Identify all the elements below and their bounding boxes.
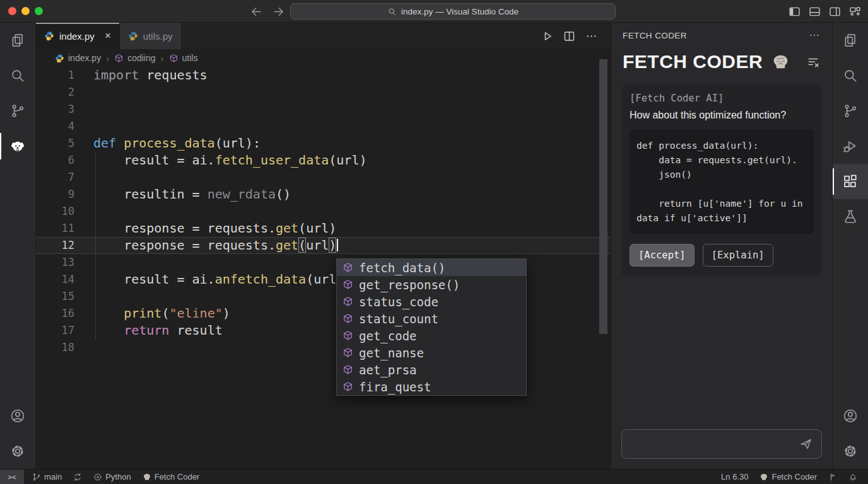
activity-item-account[interactable]: [833, 398, 868, 434]
python-logo-icon: [55, 54, 64, 63]
split-editor-button[interactable]: [563, 30, 576, 43]
status-item-brain[interactable]: Fetch Coder: [754, 470, 823, 484]
suggestion-statu_count[interactable]: statu_count: [337, 310, 526, 327]
suggestion-aet_prsa[interactable]: aet_prsa: [337, 361, 526, 378]
close-window-button[interactable]: [8, 7, 16, 15]
code-line-12[interactable]: 12 response = requests.get(url): [36, 237, 611, 254]
suggestion-label: fetch_data(): [359, 261, 445, 275]
activity-item-search[interactable]: [833, 58, 868, 93]
layout-grid-button[interactable]: [848, 5, 862, 18]
brain-icon: [143, 473, 151, 481]
activity-item-source-control[interactable]: [833, 93, 868, 129]
activity-item-source-control[interactable]: [0, 93, 35, 129]
status-item-bell[interactable]: [843, 470, 863, 484]
suggestion-fira_quest[interactable]: fira_quest: [337, 378, 526, 395]
activity-item-search[interactable]: [0, 58, 35, 93]
tab-bar: index.py × utils.py: [36, 23, 611, 49]
layout-sidebar-right-icon: [828, 5, 842, 18]
status-item-remote-window[interactable]: ><: [0, 470, 24, 484]
fetch-coder-panel: FETCH CODER FETCH CODER [Fetch Coder AI]…: [611, 23, 832, 469]
activity-item-run-debug[interactable]: [833, 129, 868, 164]
line-number: 3: [36, 101, 74, 118]
code-line-11[interactable]: 11 response = requests.get(url): [36, 220, 611, 237]
layout-sidebar-left-button[interactable]: [788, 5, 801, 18]
activity-item-extensions[interactable]: [833, 164, 868, 199]
code-line-10[interactable]: 10: [36, 203, 611, 220]
code-line-1[interactable]: 1import requests: [36, 67, 611, 84]
search-icon: [387, 7, 397, 16]
code-text: resultin = new_rdata(): [74, 186, 291, 203]
tab-index-py[interactable]: index.py ×: [36, 23, 120, 49]
code-line-9[interactable]: 9 resultin = new_rdata(): [36, 186, 611, 203]
code-line-5[interactable]: 5def process_data(url):: [36, 135, 611, 152]
code-line-6[interactable]: 6 result = ai.fetch_user_data(url): [36, 152, 611, 169]
suggestion-label: aet_prsa: [359, 363, 417, 377]
code-text: import requests: [74, 67, 208, 84]
suggestion-get_nanse[interactable]: get_nanse: [337, 344, 526, 361]
activity-item-files[interactable]: [0, 23, 35, 58]
status-item-git-branch[interactable]: main: [26, 470, 67, 484]
clear-chat-button[interactable]: [806, 55, 821, 69]
code-editor[interactable]: 1import requests2345def process_data(url…: [36, 67, 611, 469]
status-item-brain[interactable]: Fetch Coder: [137, 470, 206, 484]
chat-input[interactable]: [621, 429, 822, 459]
layout-panel-button[interactable]: [808, 5, 821, 18]
suggestion-get_response()[interactable]: get_response(): [337, 276, 526, 293]
activity-item-settings-gear[interactable]: [833, 434, 868, 469]
command-center-search[interactable]: index.py — Visual Studio Code: [290, 3, 616, 20]
suggestion-fetch_data()[interactable]: fetch_data(): [337, 259, 526, 276]
suggestion-label: statu_count: [359, 312, 438, 326]
activity-item-account[interactable]: [0, 398, 35, 434]
accept-button[interactable]: [Accept]: [630, 244, 695, 267]
editor-scrollbar[interactable]: [599, 59, 607, 334]
breadcrumb-label: utils: [182, 53, 198, 63]
status-item-sync[interactable]: [67, 470, 88, 484]
send-button[interactable]: [799, 437, 813, 451]
activity-item-settings-gear[interactable]: [0, 434, 35, 469]
breadcrumb-item-utils[interactable]: utils: [169, 53, 198, 63]
close-tab-icon[interactable]: ×: [105, 30, 111, 42]
status-item-python-interpreter[interactable]: Python: [88, 470, 136, 484]
clear-chat-icon: [806, 55, 821, 69]
suggestion-get_code[interactable]: get_code: [337, 327, 526, 344]
breadcrumb-item-index.py[interactable]: index.py: [55, 53, 101, 63]
line-number: 17: [36, 322, 74, 339]
search-icon: [9, 67, 26, 84]
panel-more-button[interactable]: [808, 29, 821, 42]
tab-utils-py[interactable]: utils.py: [120, 23, 182, 49]
status-item-feedback-flag[interactable]: [823, 470, 843, 484]
code-text: [74, 254, 93, 271]
more-actions-button[interactable]: [585, 30, 598, 43]
code-line-7[interactable]: 7: [36, 169, 611, 186]
line-number: 15: [36, 288, 74, 305]
feedback-flag-icon: [828, 473, 837, 481]
back-button[interactable]: [250, 5, 263, 18]
status-item-ln-6-30[interactable]: Ln 6.30: [715, 470, 754, 484]
zoom-window-button[interactable]: [35, 7, 43, 15]
suggestion-status_code[interactable]: status_code: [337, 293, 526, 310]
run-button[interactable]: [541, 30, 554, 43]
explain-button[interactable]: [Explain]: [703, 244, 773, 267]
breadcrumb-item-codiing[interactable]: codiing: [114, 53, 155, 63]
status-label: Fetch Coder: [155, 472, 200, 481]
line-number: 14: [36, 271, 74, 288]
python-logo-icon: [44, 31, 54, 41]
extensions-icon: [842, 173, 859, 190]
send-icon: [799, 437, 813, 451]
layout-sidebar-right-button[interactable]: [828, 5, 842, 18]
suggestion-label: get_response(): [359, 278, 460, 292]
files-icon: [9, 32, 26, 49]
code-text: result = ai.fetch_user_data(url): [74, 152, 367, 169]
code-line-3[interactable]: 3: [36, 101, 611, 118]
minimize-window-button[interactable]: [21, 7, 30, 15]
cube-icon: [343, 381, 353, 392]
activity-bar-left: [0, 23, 36, 469]
code-line-2[interactable]: 2: [36, 84, 611, 101]
activity-item-testing-beaker[interactable]: [833, 199, 868, 234]
forward-button[interactable]: [272, 5, 285, 18]
activity-item-fetch-coder-dog[interactable]: [0, 129, 35, 164]
panel-hero: FETCH CODER: [611, 48, 832, 79]
activity-item-files[interactable]: [833, 23, 868, 58]
code-line-4[interactable]: 4: [36, 118, 611, 135]
cube-icon: [343, 347, 353, 358]
